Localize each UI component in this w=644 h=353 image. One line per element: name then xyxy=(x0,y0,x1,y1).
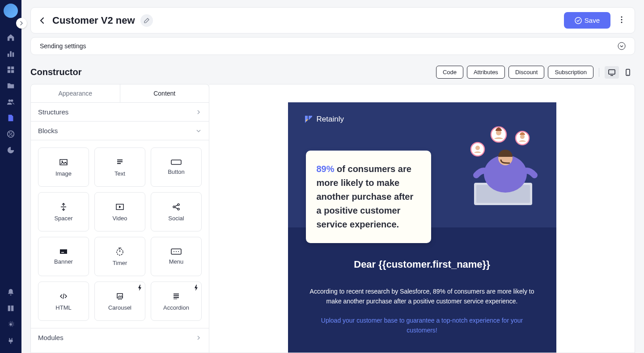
email-greeting: Dear {{customer.first_name}} xyxy=(306,259,538,270)
block-image[interactable]: Image xyxy=(38,147,89,187)
carousel-icon xyxy=(115,292,124,301)
email-illustration xyxy=(456,120,546,210)
amp-badge xyxy=(194,285,199,293)
mobile-icon xyxy=(624,68,632,76)
book-icon xyxy=(7,304,15,312)
nav-reports[interactable] xyxy=(2,143,20,157)
nav-templates[interactable] xyxy=(2,111,20,125)
save-button[interactable]: Save xyxy=(564,12,610,29)
svg-rect-0 xyxy=(8,54,9,57)
edit-title-button[interactable] xyxy=(140,14,153,27)
svg-rect-23 xyxy=(609,70,615,74)
block-label: Video xyxy=(112,215,127,222)
block-html[interactable]: HTML xyxy=(38,282,89,321)
svg-rect-4 xyxy=(11,67,14,69)
email-cta-link[interactable]: Upload your customer base to guarantee a… xyxy=(306,315,538,336)
desktop-view-button[interactable] xyxy=(605,66,619,79)
email-stat-percent: 89% xyxy=(317,164,335,174)
video-icon xyxy=(115,202,124,211)
page-title: Customer V2 new xyxy=(52,15,135,26)
svg-point-50 xyxy=(118,299,119,300)
tab-appearance[interactable]: Appearance xyxy=(31,84,120,102)
svg-rect-49 xyxy=(117,294,123,298)
sending-settings-panel[interactable]: Sending settings xyxy=(30,37,635,55)
more-menu-button[interactable] xyxy=(616,14,627,27)
nav-contacts[interactable] xyxy=(2,95,20,109)
block-text[interactable]: Text xyxy=(94,147,145,187)
email-stat-card: 89% of consumers are more likely to make… xyxy=(306,151,431,243)
block-label: HTML xyxy=(55,304,71,311)
gear-icon xyxy=(7,320,15,328)
page-header: Customer V2 new Save xyxy=(30,7,635,34)
nav-integrations[interactable] xyxy=(2,333,20,348)
email-preview[interactable]: Retainly 89% of consumers are more likel… xyxy=(288,102,556,353)
block-banner[interactable]: Banner xyxy=(38,237,89,276)
plug-icon xyxy=(7,336,15,345)
sidebar-expand-button[interactable] xyxy=(16,18,27,29)
sending-settings-label: Sending settings xyxy=(40,42,86,50)
block-menu[interactable]: Menu xyxy=(151,237,202,276)
section-modules[interactable]: Modules xyxy=(31,328,209,347)
svg-rect-2 xyxy=(13,52,14,57)
code-button[interactable]: Code xyxy=(436,66,463,79)
block-label: Accordion xyxy=(163,304,189,311)
svg-point-26 xyxy=(627,74,628,75)
sidebar-nav-bottom xyxy=(2,285,20,353)
chevron-right-icon xyxy=(195,109,202,115)
nav-folders[interactable] xyxy=(2,79,20,93)
discount-button[interactable]: Discount xyxy=(508,66,545,79)
toolbar-divider xyxy=(599,68,599,77)
device-toggle xyxy=(605,66,635,79)
nav-settings[interactable] xyxy=(2,317,20,332)
left-panel: Appearance Content Structures Blocks Ima… xyxy=(30,84,209,353)
tab-content[interactable]: Content xyxy=(120,84,209,102)
section-blocks[interactable]: Blocks xyxy=(31,122,209,140)
app-logo xyxy=(4,4,18,18)
svg-line-39 xyxy=(175,207,178,209)
block-button[interactable]: Button xyxy=(151,147,202,187)
block-accordion[interactable]: Accordion xyxy=(151,282,202,321)
section-structures[interactable]: Structures xyxy=(31,103,209,122)
block-carousel[interactable]: Carousel xyxy=(94,282,145,321)
nav-home[interactable] xyxy=(2,30,20,45)
nav-discounts[interactable] xyxy=(2,127,20,141)
block-video[interactable]: Video xyxy=(94,192,145,231)
chevron-right-icon xyxy=(19,21,24,26)
subscription-button[interactable]: Subscription xyxy=(548,66,593,79)
svg-rect-1 xyxy=(10,51,12,57)
check-circle-icon xyxy=(575,17,582,24)
mobile-view-button[interactable] xyxy=(621,66,635,79)
constructor-header: Constructor Code Attributes Discount Sub… xyxy=(30,66,635,79)
more-vertical-icon xyxy=(618,16,626,24)
attributes-button[interactable]: Attributes xyxy=(467,66,505,79)
nav-analytics[interactable] xyxy=(2,46,20,61)
share-icon xyxy=(172,202,181,211)
svg-point-52 xyxy=(121,299,122,300)
email-stat-text: 89% of consumers are more likely to make… xyxy=(317,162,420,231)
save-button-label: Save xyxy=(585,17,600,24)
nav-notifications[interactable] xyxy=(2,285,20,299)
home-icon xyxy=(7,34,15,42)
image-icon xyxy=(59,158,68,167)
block-timer[interactable]: Timer xyxy=(94,237,145,276)
users-icon xyxy=(7,98,15,106)
spacer-icon xyxy=(59,202,68,211)
svg-point-36 xyxy=(178,204,179,206)
amp-badge xyxy=(138,285,142,293)
block-label: Timer xyxy=(113,260,127,266)
svg-point-8 xyxy=(11,100,13,102)
block-social[interactable]: Social xyxy=(151,192,202,231)
file-icon xyxy=(7,114,15,122)
block-spacer[interactable]: Spacer xyxy=(38,192,89,231)
chevron-down-circle-icon xyxy=(618,42,626,50)
percent-icon xyxy=(7,130,15,138)
svg-point-13 xyxy=(9,323,12,325)
editor-area: Appearance Content Structures Blocks Ima… xyxy=(30,84,635,353)
pencil-icon xyxy=(144,18,149,23)
back-button[interactable] xyxy=(38,16,47,25)
main-content: Customer V2 new Save Sending settings Co… xyxy=(21,0,644,353)
svg-point-21 xyxy=(621,21,623,23)
block-label: Spacer xyxy=(54,215,72,222)
nav-docs[interactable] xyxy=(2,301,20,315)
nav-apps[interactable] xyxy=(2,63,20,77)
